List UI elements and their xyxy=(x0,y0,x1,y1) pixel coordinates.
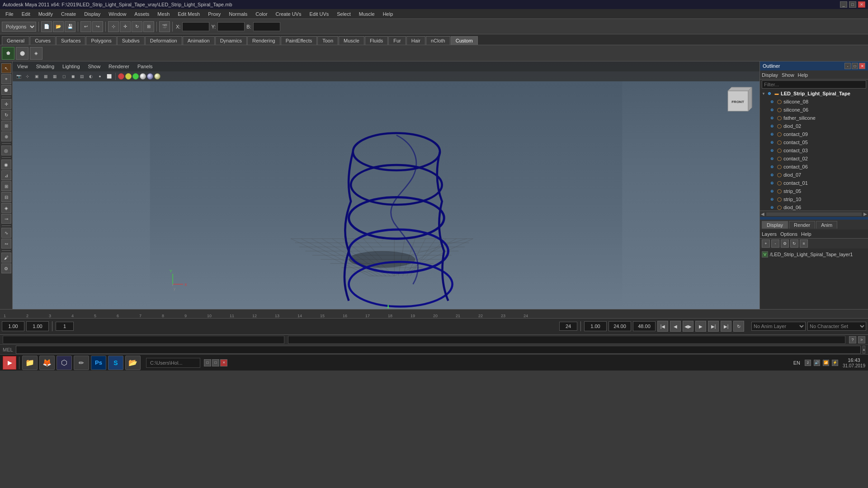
menu-createuvs[interactable]: Create UVs xyxy=(272,10,305,18)
shelf-tab-curves[interactable]: Curves xyxy=(30,36,56,45)
layer-options-btn[interactable]: ⚙ xyxy=(781,239,789,248)
select-mode-btn[interactable]: ↖ xyxy=(1,63,11,73)
open-scene-btn[interactable]: 📂 xyxy=(53,21,64,32)
tray-icon-1[interactable]: 2 xyxy=(805,360,811,366)
rotate-tool-lt[interactable]: ↻ xyxy=(1,110,11,120)
tray-icon-4[interactable]: ⚡ xyxy=(832,360,838,366)
outliner-search-input[interactable] xyxy=(762,80,866,89)
shelf-tab-toon[interactable]: Toon xyxy=(317,36,338,45)
tick-label-1[interactable]: 1 xyxy=(4,314,6,318)
current-frame-display[interactable]: 1.00 xyxy=(584,321,607,331)
shelf-tab-general[interactable]: General xyxy=(2,36,29,45)
vp-menu-renderer[interactable]: Renderer xyxy=(107,63,131,70)
tree-item-diod06[interactable]: ⊕ ◯ diod_06 xyxy=(760,203,868,211)
max-time-display[interactable]: 48.00 xyxy=(633,321,656,331)
tree-item-root[interactable]: ▼ ⊕ ▬ LED_Strip_Light_Spiral_Tape xyxy=(760,89,868,98)
tree-item-silicone06[interactable]: ⊕ ◯ silicone_06 xyxy=(760,106,868,114)
outliner-tree[interactable]: ▼ ⊕ ▬ LED_Strip_Light_Spiral_Tape ⊕ ◯ si… xyxy=(760,89,868,211)
create-layer-btn[interactable]: + xyxy=(762,239,770,248)
tree-item-contact06[interactable]: ⊕ ◯ contact_06 xyxy=(760,163,868,171)
tick-label-3[interactable]: 3 xyxy=(49,314,51,318)
outliner-close-btn[interactable]: ✕ xyxy=(859,63,865,69)
outliner-display-menu[interactable]: Display xyxy=(762,72,778,78)
layers-tab-anim[interactable]: Anim xyxy=(816,221,837,229)
ep-curve-btn[interactable]: ∾ xyxy=(1,239,11,249)
viewport-cube[interactable]: FRONT xyxy=(723,84,755,116)
tick-label-2[interactable]: 2 xyxy=(26,314,28,318)
start-time-field[interactable]: 1.00 xyxy=(2,321,24,331)
tick-label-21[interactable]: 21 xyxy=(456,314,460,318)
tray-icon-2[interactable]: 🔊 xyxy=(814,360,820,366)
rotate-tool-btn[interactable]: ↻ xyxy=(132,21,142,32)
tray-icon-3[interactable]: 📶 xyxy=(823,360,829,366)
tree-item-contact05[interactable]: ⊕ ◯ contact_05 xyxy=(760,138,868,146)
outliner-scroll-left[interactable]: ◀ xyxy=(761,211,764,216)
menu-color[interactable]: Color xyxy=(252,10,271,18)
taskbar-skype-btn[interactable]: S xyxy=(108,356,123,370)
save-scene-btn[interactable]: 💾 xyxy=(65,21,75,32)
sculpt-btn[interactable]: ⊿ xyxy=(1,170,11,180)
vp-smooth-wire-btn[interactable]: ▩ xyxy=(42,72,50,80)
menu-proxy[interactable]: Proxy xyxy=(204,10,224,18)
help-icon-btn[interactable]: ? xyxy=(849,336,856,343)
shelf-icon-1[interactable]: ⬟ xyxy=(2,47,14,60)
taskbar-ps-btn[interactable]: Ps xyxy=(91,356,106,370)
x-input[interactable] xyxy=(182,22,209,31)
script-editor-btn[interactable]: > xyxy=(858,336,865,343)
viewport-canvas[interactable]: X Y y z xyxy=(13,81,760,309)
menu-help[interactable]: Help xyxy=(379,10,397,18)
vp-bounding-btn[interactable]: ◼ xyxy=(69,72,77,80)
menu-assets[interactable]: Assets xyxy=(131,10,153,18)
taskbar-blender-btn[interactable]: ⬡ xyxy=(57,356,72,370)
layers-menu-help[interactable]: Help xyxy=(801,231,811,237)
y-input[interactable] xyxy=(217,22,245,31)
close-button[interactable]: ✕ xyxy=(858,1,865,8)
layers-tab-display[interactable]: Display xyxy=(762,221,788,229)
anim-layer-dropdown[interactable]: No Anim Layer xyxy=(751,322,806,331)
vp-light6-btn[interactable] xyxy=(154,73,160,80)
path-btn-1[interactable]: □ xyxy=(204,359,211,366)
vp-menu-panels[interactable]: Panels xyxy=(136,63,155,70)
tree-item-contact03[interactable]: ⊕ ◯ contact_03 xyxy=(760,146,868,155)
vp-menu-view[interactable]: View xyxy=(15,63,30,70)
tick-label-20[interactable]: 20 xyxy=(433,314,438,318)
menu-edit[interactable]: Edit xyxy=(18,10,34,18)
shelf-tab-painteffects[interactable]: PaintEffects xyxy=(281,36,317,45)
tick-label-13[interactable]: 13 xyxy=(275,314,279,318)
show-manip-btn[interactable]: ◎ xyxy=(1,145,11,155)
start-menu-btn[interactable]: ▶ xyxy=(3,356,16,370)
mel-history-btn[interactable]: ▲ xyxy=(863,346,865,354)
shelf-tab-custom[interactable]: Custom xyxy=(451,36,478,45)
cluster-btn[interactable]: ⊞ xyxy=(1,181,11,191)
menu-select[interactable]: Select xyxy=(333,10,354,18)
vp-wire2-btn[interactable]: ⬜ xyxy=(105,72,113,80)
shelf-tab-deformation[interactable]: Deformation xyxy=(145,36,182,45)
tree-item-strip05[interactable]: ⊕ ◯ strip_05 xyxy=(760,187,868,195)
prev-frame-btn[interactable]: ◀ xyxy=(670,321,681,332)
layer-refresh-btn[interactable]: ↻ xyxy=(790,239,798,248)
vp-shadow-btn[interactable]: ◐ xyxy=(87,72,95,80)
shelf-tab-animation[interactable]: Animation xyxy=(183,36,215,45)
vp-light3-btn[interactable] xyxy=(132,73,139,80)
outliner-help-menu[interactable]: Help xyxy=(798,72,808,78)
character-set-dropdown[interactable]: No Character Set xyxy=(807,322,866,331)
shelf-tab-muscle[interactable]: Muscle xyxy=(339,36,364,45)
tree-item-strip10[interactable]: ⊕ ◯ strip_10 xyxy=(760,195,868,203)
cv-curve-btn[interactable]: ∿ xyxy=(1,228,11,238)
current-time-field[interactable]: 1.00 xyxy=(26,321,49,331)
lasso-btn[interactable]: ⌖ xyxy=(1,74,11,84)
vp-light1-btn[interactable] xyxy=(118,73,124,80)
tree-item-silicone08[interactable]: ⊕ ◯ silicone_08 xyxy=(760,98,868,106)
vp-tex-btn[interactable]: ▤ xyxy=(78,72,86,80)
menu-muscle[interactable]: Muscle xyxy=(355,10,378,18)
outliner-maximize-btn[interactable]: □ xyxy=(852,63,858,69)
tick-label-10[interactable]: 10 xyxy=(207,314,212,318)
shelf-tab-hair[interactable]: Hair xyxy=(406,36,425,45)
total-frames-input[interactable] xyxy=(559,322,577,331)
menu-edituvs[interactable]: Edit UVs xyxy=(306,10,332,18)
vp-cam-btn[interactable]: 📷 xyxy=(14,72,23,80)
path-btn-2[interactable]: □ xyxy=(212,359,219,366)
vp-sel-btn[interactable]: ⊹ xyxy=(24,72,32,80)
vp-menu-lighting[interactable]: Lighting xyxy=(61,63,82,70)
menu-mesh[interactable]: Mesh xyxy=(154,10,173,18)
